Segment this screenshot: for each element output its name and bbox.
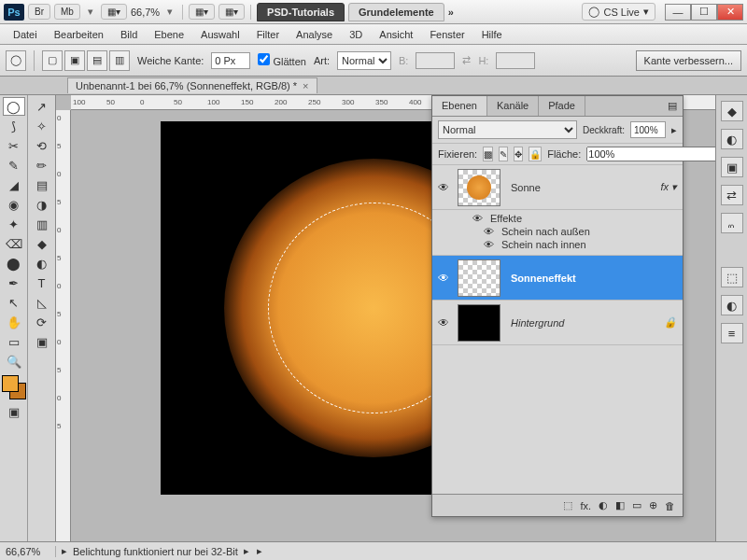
menu-hilfe[interactable]: Hilfe: [474, 26, 510, 43]
bridge-chip[interactable]: Br: [28, 4, 50, 20]
tool-sponge[interactable]: ◐: [31, 254, 53, 273]
add-mask-icon[interactable]: ◐: [599, 499, 608, 511]
dock-history-icon[interactable]: ⬚: [721, 267, 743, 287]
effect-inner-glow[interactable]: Schein nach innen: [501, 239, 586, 250]
screen-mode[interactable]: ▦▾: [101, 4, 127, 20]
chevron-right-icon[interactable]: »: [448, 7, 454, 18]
dock-styles-icon[interactable]: ▣: [721, 157, 743, 177]
status-nav-icon[interactable]: ▸: [244, 545, 249, 557]
lock-transparency-icon[interactable]: ▩: [483, 147, 493, 161]
tool-type[interactable]: T: [31, 273, 53, 292]
new-adjustment-icon[interactable]: ◧: [615, 499, 625, 511]
tool-sharpen[interactable]: ◆: [31, 234, 53, 253]
dock-color-icon[interactable]: ◆: [721, 101, 743, 121]
menu-datei[interactable]: Datei: [6, 26, 45, 43]
tool-marquee-ellipse[interactable]: ◯: [3, 97, 25, 116]
menu-3d[interactable]: 3D: [342, 26, 370, 43]
status-dropdown-icon[interactable]: ▸: [257, 545, 262, 557]
tool-healing[interactable]: ◢: [3, 175, 25, 194]
tool-crop[interactable]: ✂: [3, 136, 25, 155]
layer-thumbnail[interactable]: [458, 304, 500, 342]
fx-badge[interactable]: fx ▾: [660, 181, 677, 193]
visibility-icon[interactable]: 👁: [432, 316, 455, 329]
menu-analyse[interactable]: Analyse: [289, 26, 340, 43]
lock-all-icon[interactable]: 🔒: [529, 147, 542, 161]
tool-zoom[interactable]: 🔍: [3, 352, 25, 371]
effects-header[interactable]: Effekte: [490, 213, 522, 224]
selection-sub-icon[interactable]: ▤: [87, 50, 107, 71]
tool-eyedropper[interactable]: ✎: [3, 156, 25, 175]
chevron-right-icon[interactable]: ▸: [671, 124, 677, 136]
tab-kanaele[interactable]: Kanäle: [487, 96, 539, 116]
tool-ruler[interactable]: ✏: [31, 156, 53, 175]
layer-name[interactable]: Sonne: [503, 182, 541, 193]
tab-ebenen[interactable]: Ebenen: [432, 96, 487, 116]
selection-int-icon[interactable]: ▥: [109, 50, 130, 71]
tool-3d-camera[interactable]: ▣: [31, 332, 53, 351]
refine-edge-button[interactable]: Kante verbessern...: [636, 50, 741, 71]
menu-fenster[interactable]: Fenster: [422, 26, 472, 43]
tool-wand[interactable]: ✧: [31, 117, 53, 135]
layer-row[interactable]: 👁 ↖ Sonne fx ▾: [432, 165, 683, 210]
color-swatches[interactable]: [2, 375, 26, 401]
workspace-tab-light[interactable]: Grundelemente: [348, 3, 444, 21]
new-group-icon[interactable]: ▭: [632, 499, 641, 511]
selection-new-icon[interactable]: ▢: [42, 50, 63, 71]
menu-ansicht[interactable]: Ansicht: [372, 26, 420, 43]
menu-ebene[interactable]: Ebene: [147, 26, 191, 43]
tool-rotate[interactable]: ⟳: [31, 313, 53, 331]
selection-add-icon[interactable]: ▣: [64, 50, 85, 71]
document-tab[interactable]: Unbenannt-1 bei 66,7% (Sonneneffekt, RGB…: [67, 77, 317, 93]
minimize-button[interactable]: —: [665, 4, 691, 21]
layer-thumbnail[interactable]: ↖: [458, 169, 500, 206]
tool-preset-icon[interactable]: ◯: [6, 50, 26, 71]
fill-input[interactable]: [586, 147, 715, 161]
antialias-checkbox[interactable]: Glätten: [258, 53, 306, 67]
workspace-tab-dark[interactable]: PSD-Tutorials: [257, 3, 345, 21]
blend-mode-select[interactable]: Normal: [438, 120, 577, 139]
tool-eraser[interactable]: ✦: [3, 215, 25, 233]
tool-move[interactable]: ↗: [31, 97, 53, 116]
extras[interactable]: ▦▾: [218, 4, 245, 20]
minibridge-chip[interactable]: Mb: [54, 4, 80, 20]
visibility-icon[interactable]: 👁: [432, 272, 455, 285]
cslive-button[interactable]: ◯ CS Live ▾: [582, 3, 655, 21]
tool-3d[interactable]: ▭: [3, 332, 25, 351]
style-select[interactable]: Normal: [337, 51, 391, 70]
tool-lasso[interactable]: ⟆: [3, 117, 25, 135]
close-tab-icon[interactable]: ×: [303, 80, 308, 91]
fg-color-swatch[interactable]: [2, 375, 19, 392]
close-button[interactable]: ✕: [717, 4, 743, 21]
visibility-icon[interactable]: 👁: [432, 181, 455, 194]
tab-pfade[interactable]: Pfade: [539, 96, 585, 116]
tool-path-select[interactable]: ↖: [3, 293, 25, 312]
link-layers-icon[interactable]: ⬚: [563, 499, 572, 511]
layer-row[interactable]: 👁 Sonneneffekt: [432, 256, 683, 301]
tool-brush[interactable]: ▤: [31, 175, 53, 194]
status-nav-icon[interactable]: ▸: [62, 545, 67, 557]
tool-dodge[interactable]: ⬤: [3, 254, 25, 273]
quickmask-icon[interactable]: ▣: [3, 402, 25, 421]
dock-masks-icon[interactable]: ⩋: [721, 213, 743, 233]
menu-filter[interactable]: Filter: [249, 26, 287, 43]
new-layer-icon[interactable]: ⊕: [649, 499, 657, 511]
tool-shape[interactable]: ◺: [31, 293, 53, 312]
dock-adjust-icon[interactable]: ⇄: [721, 185, 743, 205]
dropdown-icon[interactable]: ▾: [163, 6, 176, 18]
layer-row[interactable]: 👁 Hintergrund 🔒: [432, 301, 683, 345]
visibility-icon[interactable]: 👁: [481, 239, 496, 250]
dock-layers-icon[interactable]: ≡: [721, 323, 743, 343]
visibility-icon[interactable]: 👁: [470, 213, 485, 224]
menu-auswahl[interactable]: Auswahl: [193, 26, 247, 43]
tool-clone[interactable]: ◉: [3, 195, 25, 214]
tool-hand[interactable]: ✋: [3, 313, 25, 331]
lock-position-icon[interactable]: ✥: [514, 147, 523, 161]
tool-gradient[interactable]: ▥: [31, 215, 53, 233]
layer-thumbnail[interactable]: [458, 259, 500, 297]
panel-menu-icon[interactable]: ▤: [662, 96, 683, 116]
dock-actions-icon[interactable]: ◐: [721, 295, 743, 315]
tool-history-brush[interactable]: ◑: [31, 195, 53, 214]
tool-blur[interactable]: ⌫: [3, 234, 25, 253]
arrange-docs[interactable]: ▦▾: [189, 4, 215, 20]
feather-input[interactable]: [211, 52, 250, 69]
